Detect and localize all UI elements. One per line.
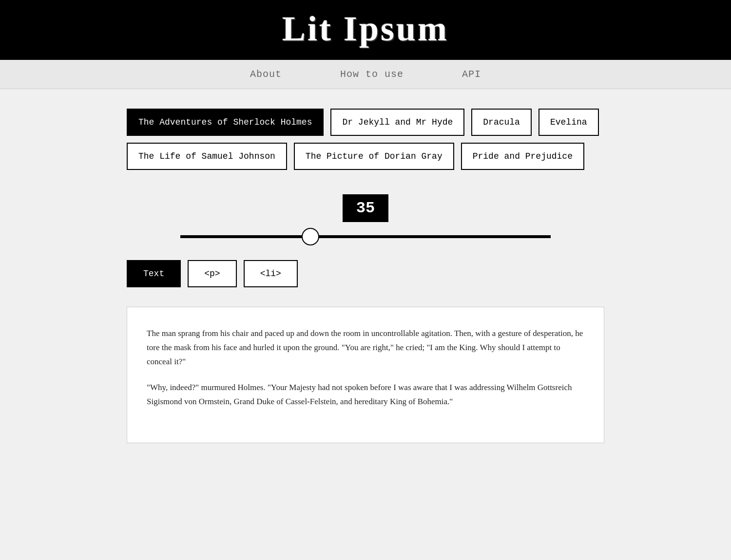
output-text-area: The man sprang from his chair and paced … [127,307,604,443]
output-paragraph-1: The man sprang from his chair and paced … [147,327,584,369]
main-nav: About How to use API [0,60,731,89]
site-header: Lit Ipsum [0,0,731,60]
output-paragraph-2: "Why, indeed?" murmured Holmes. "Your Ma… [147,381,584,409]
main-content: The Adventures of Sherlock Holmes Dr Jek… [97,89,634,463]
book-btn-pride[interactable]: Pride and Prejudice [461,143,584,170]
site-title: Lit Ipsum [0,9,731,49]
slider-track-container [180,232,551,241]
paragraph-count-section: 35 [127,194,604,241]
format-btn-p[interactable]: <p> [188,260,236,287]
book-btn-dorian[interactable]: The Picture of Dorian Gray [294,143,454,170]
book-btn-dracula[interactable]: Dracula [471,109,532,136]
book-btn-sherlock[interactable]: The Adventures of Sherlock Holmes [127,109,324,136]
slider-value-display: 35 [343,194,388,222]
nav-api[interactable]: API [462,69,481,80]
book-btn-evelina[interactable]: Evelina [539,109,599,136]
book-btn-jekyll[interactable]: Dr Jekyll and Mr Hyde [330,109,464,136]
format-btn-text[interactable]: Text [127,260,181,287]
nav-how-to-use[interactable]: How to use [340,69,404,80]
book-btn-johnson[interactable]: The Life of Samuel Johnson [127,143,287,170]
format-btn-li[interactable]: <li> [244,260,298,287]
nav-about[interactable]: About [250,69,282,80]
format-selector: Text <p> <li> [127,260,604,287]
book-selector: The Adventures of Sherlock Holmes Dr Jek… [127,109,604,170]
paragraph-count-slider[interactable] [180,235,551,238]
